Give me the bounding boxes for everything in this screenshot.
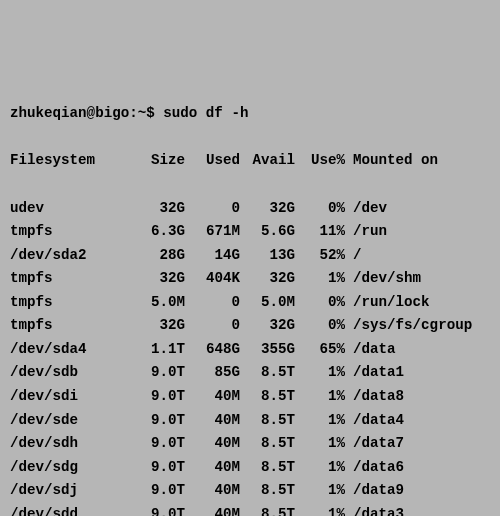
cell-mount: /: [345, 244, 490, 268]
cell-avail: 8.5T: [240, 432, 295, 456]
cell-use-percent: 1%: [295, 409, 345, 433]
cell-used: 0: [185, 291, 240, 315]
cell-size: 32G: [130, 197, 185, 221]
table-row: /dev/sdj9.0T40M8.5T1%/data9: [10, 479, 490, 503]
cell-filesystem: tmpfs: [10, 291, 130, 315]
cell-size: 9.0T: [130, 385, 185, 409]
cell-used: 14G: [185, 244, 240, 268]
cell-filesystem: /dev/sdb: [10, 361, 130, 385]
cell-size: 9.0T: [130, 361, 185, 385]
cell-avail: 8.5T: [240, 503, 295, 516]
prompt-colon: :: [129, 102, 138, 126]
cell-used: 40M: [185, 409, 240, 433]
cell-used: 40M: [185, 503, 240, 516]
cell-avail: 8.5T: [240, 479, 295, 503]
header-mounted-on: Mounted on: [345, 149, 490, 173]
cell-filesystem: udev: [10, 197, 130, 221]
cell-use-percent: 0%: [295, 314, 345, 338]
cell-size: 9.0T: [130, 456, 185, 480]
cell-avail: 8.5T: [240, 456, 295, 480]
prompt-user-host: zhukeqian@bigo: [10, 102, 129, 126]
cell-avail: 13G: [240, 244, 295, 268]
cell-size: 9.0T: [130, 479, 185, 503]
table-row: /dev/sda41.1T648G355G65%/data: [10, 338, 490, 362]
cell-size: 5.0M: [130, 291, 185, 315]
terminal-prompt-line: zhukeqian@bigo:~$ sudo df -h: [10, 102, 490, 126]
cell-size: 9.0T: [130, 432, 185, 456]
table-row: /dev/sdi9.0T40M8.5T1%/data8: [10, 385, 490, 409]
cell-filesystem: tmpfs: [10, 267, 130, 291]
cell-use-percent: 52%: [295, 244, 345, 268]
table-row: /dev/sda228G14G13G52%/: [10, 244, 490, 268]
table-row: /dev/sdg9.0T40M8.5T1%/data6: [10, 456, 490, 480]
cell-mount: /data6: [345, 456, 490, 480]
cell-used: 0: [185, 314, 240, 338]
cell-mount: /dev/shm: [345, 267, 490, 291]
cell-avail: 8.5T: [240, 409, 295, 433]
cell-used: 404K: [185, 267, 240, 291]
prompt-path: ~: [138, 102, 147, 126]
cell-mount: /data1: [345, 361, 490, 385]
cell-size: 28G: [130, 244, 185, 268]
cell-avail: 5.6G: [240, 220, 295, 244]
cell-filesystem: /dev/sdj: [10, 479, 130, 503]
cell-use-percent: 65%: [295, 338, 345, 362]
cell-mount: /data8: [345, 385, 490, 409]
table-header-row: FilesystemSizeUsedAvailUse%Mounted on: [10, 149, 490, 173]
cell-use-percent: 1%: [295, 385, 345, 409]
cell-filesystem: /dev/sdd: [10, 503, 130, 516]
cell-mount: /sys/fs/cgroup: [345, 314, 490, 338]
table-row: /dev/sdb9.0T85G8.5T1%/data1: [10, 361, 490, 385]
table-body: udev32G032G0%/devtmpfs6.3G671M5.6G11%/ru…: [10, 197, 490, 517]
cell-filesystem: /dev/sdh: [10, 432, 130, 456]
cell-size: 32G: [130, 267, 185, 291]
cell-mount: /data9: [345, 479, 490, 503]
cell-filesystem: /dev/sda4: [10, 338, 130, 362]
table-row: /dev/sdh9.0T40M8.5T1%/data7: [10, 432, 490, 456]
cell-size: 32G: [130, 314, 185, 338]
table-row: udev32G032G0%/dev: [10, 197, 490, 221]
cell-avail: 8.5T: [240, 385, 295, 409]
cell-avail: 355G: [240, 338, 295, 362]
cell-mount: /data3: [345, 503, 490, 516]
header-avail: Avail: [240, 149, 295, 173]
cell-use-percent: 0%: [295, 197, 345, 221]
cell-used: 40M: [185, 432, 240, 456]
cell-filesystem: /dev/sde: [10, 409, 130, 433]
cell-size: 1.1T: [130, 338, 185, 362]
cell-mount: /run/lock: [345, 291, 490, 315]
table-row: tmpfs32G404K32G1%/dev/shm: [10, 267, 490, 291]
prompt-space: [155, 102, 164, 126]
cell-filesystem: tmpfs: [10, 220, 130, 244]
cell-used: 671M: [185, 220, 240, 244]
cell-use-percent: 1%: [295, 503, 345, 516]
command-text: sudo df -h: [163, 102, 248, 126]
prompt-dollar: $: [146, 102, 155, 126]
cell-use-percent: 1%: [295, 479, 345, 503]
cell-mount: /data4: [345, 409, 490, 433]
cell-mount: /dev: [345, 197, 490, 221]
cell-use-percent: 1%: [295, 267, 345, 291]
cell-size: 9.0T: [130, 409, 185, 433]
cell-filesystem: /dev/sdg: [10, 456, 130, 480]
cell-avail: 32G: [240, 197, 295, 221]
cell-used: 0: [185, 197, 240, 221]
header-used: Used: [185, 149, 240, 173]
cell-avail: 32G: [240, 267, 295, 291]
table-row: /dev/sdd9.0T40M8.5T1%/data3: [10, 503, 490, 516]
cell-use-percent: 11%: [295, 220, 345, 244]
cell-use-percent: 1%: [295, 361, 345, 385]
cell-use-percent: 0%: [295, 291, 345, 315]
cell-mount: /run: [345, 220, 490, 244]
cell-mount: /data: [345, 338, 490, 362]
cell-filesystem: tmpfs: [10, 314, 130, 338]
cell-avail: 5.0M: [240, 291, 295, 315]
cell-used: 85G: [185, 361, 240, 385]
cell-used: 40M: [185, 385, 240, 409]
cell-avail: 32G: [240, 314, 295, 338]
cell-size: 9.0T: [130, 503, 185, 516]
header-filesystem: Filesystem: [10, 149, 130, 173]
cell-avail: 8.5T: [240, 361, 295, 385]
cell-filesystem: /dev/sdi: [10, 385, 130, 409]
cell-size: 6.3G: [130, 220, 185, 244]
